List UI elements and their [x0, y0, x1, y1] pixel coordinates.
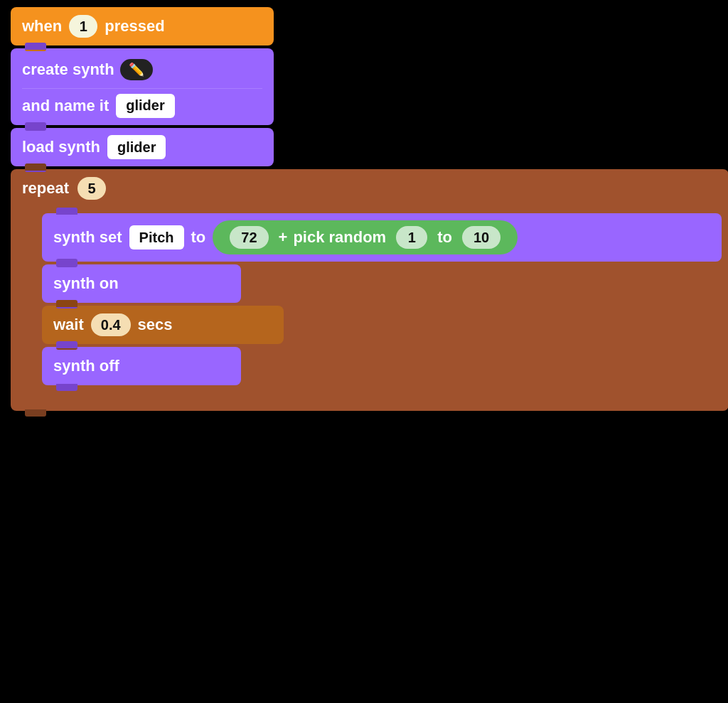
- synth-off-row: synth off: [42, 347, 722, 385]
- wait-seconds-pill[interactable]: 0.4: [91, 313, 131, 336]
- pressed-label: pressed: [105, 17, 164, 36]
- rand-to-pill[interactable]: 10: [462, 226, 500, 249]
- edit-oval[interactable]: ✏️: [120, 59, 153, 80]
- synth-off-block[interactable]: synth off: [42, 347, 241, 385]
- synth-name-1[interactable]: glider: [116, 94, 174, 118]
- when-pressed-block[interactable]: when 1 pressed: [11, 7, 274, 45]
- synth-name-2[interactable]: glider: [107, 135, 166, 159]
- expr-to-label: to: [437, 228, 452, 247]
- key-value-pill[interactable]: 1: [69, 15, 97, 38]
- synth-on-block[interactable]: synth on: [42, 264, 241, 303]
- synth-set-expression[interactable]: 72 + pick random 1 to 10: [213, 220, 518, 254]
- load-synth-label: load synth: [22, 138, 100, 156]
- plus-sign: +: [279, 228, 288, 247]
- create-synth-block[interactable]: create synth ✏️ and name it glider: [11, 48, 274, 125]
- synth-off-label: synth off: [53, 357, 119, 375]
- synth-set-label: synth set: [53, 228, 122, 247]
- and-name-it-label: and name it: [22, 97, 109, 115]
- secs-label: secs: [138, 316, 173, 334]
- pick-random-label: pick random: [293, 228, 386, 247]
- repeat-count[interactable]: 5: [77, 177, 106, 200]
- wait-row: wait 0.4 secs: [42, 306, 722, 344]
- pitch-param[interactable]: Pitch: [129, 225, 184, 249]
- wait-block[interactable]: wait 0.4 secs: [42, 306, 284, 344]
- load-synth-block[interactable]: load synth glider: [11, 128, 274, 166]
- repeat-header-block[interactable]: repeat 5: [11, 169, 728, 208]
- blocks-container: when 1 pressed create synth ✏️ and name …: [11, 7, 728, 411]
- repeat-container: repeat 5 synth set Pitch to 72 + pick ra…: [11, 169, 728, 411]
- rand-from-pill[interactable]: 1: [396, 226, 427, 249]
- base-value-pill[interactable]: 72: [230, 226, 268, 249]
- edit-icon: ✏️: [129, 62, 144, 77]
- repeat-body: synth set Pitch to 72 + pick random 1 to…: [11, 208, 728, 395]
- synth-set-row: synth set Pitch to 72 + pick random 1 to…: [42, 213, 722, 262]
- synth-on-label: synth on: [53, 274, 119, 293]
- repeat-label: repeat: [22, 179, 69, 198]
- synth-set-to-label: to: [191, 228, 206, 247]
- synth-on-row: synth on: [42, 264, 722, 303]
- repeat-footer: [11, 395, 728, 411]
- synth-set-block[interactable]: synth set Pitch to 72 + pick random 1 to…: [42, 213, 722, 262]
- when-label: when: [22, 17, 62, 36]
- wait-label: wait: [53, 316, 84, 334]
- create-synth-label: create synth: [22, 60, 114, 79]
